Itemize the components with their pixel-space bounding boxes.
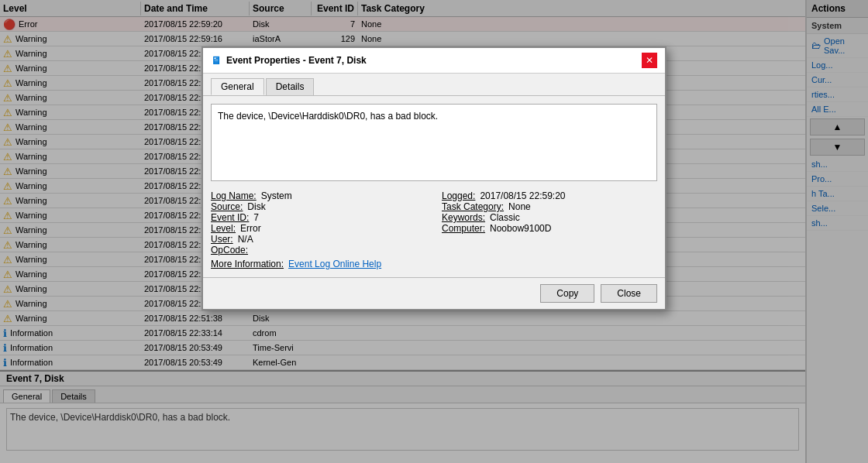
user-label: User: — [211, 234, 233, 245]
task-category-value: None — [508, 201, 531, 212]
detail-more-info: More Information: Event Log Online Help — [211, 259, 426, 269]
event-details-grid: Log Name: System Source: Disk Event ID: … — [211, 190, 657, 269]
computer-label: Computer: — [442, 223, 485, 234]
source-label: Source: — [211, 201, 243, 212]
event-properties-modal: 🖥 Event Properties - Event 7, Disk ✕ Gen… — [202, 46, 666, 310]
modal-close-button[interactable]: ✕ — [642, 53, 657, 68]
log-name-label: Log Name: — [211, 190, 257, 201]
event-id-value: 7 — [253, 212, 259, 223]
event-log-online-help-link[interactable]: Event Log Online Help — [288, 259, 381, 269]
logged-label: Logged: — [442, 190, 475, 201]
details-right: Logged: 2017/08/15 22:59:20 Task Categor… — [442, 190, 657, 269]
detail-event-id: Event ID: 7 — [211, 212, 426, 223]
source-value: Disk — [247, 201, 265, 212]
close-button[interactable]: Close — [601, 284, 657, 303]
event-description: The device, \Device\Harddisk0\DR0, has a… — [211, 104, 657, 181]
modal-footer: Copy Close — [203, 277, 665, 309]
keywords-label: Keywords: — [442, 212, 485, 223]
logged-value: 2017/08/15 22:59:20 — [480, 190, 565, 201]
modal-tabs: General Details — [203, 74, 665, 96]
level-value: Error — [240, 223, 261, 234]
detail-task-category: Task Category: None — [442, 201, 657, 212]
event-id-label: Event ID: — [211, 212, 249, 223]
detail-logged: Logged: 2017/08/15 22:59:20 — [442, 190, 657, 201]
task-category-label: Task Category: — [442, 201, 504, 212]
detail-opcode: OpCode: — [211, 245, 426, 256]
log-name-value: System — [261, 190, 292, 201]
modal-title: 🖥 Event Properties - Event 7, Disk — [211, 54, 367, 67]
details-left: Log Name: System Source: Disk Event ID: … — [211, 190, 426, 269]
modal-title-icon: 🖥 — [211, 54, 222, 67]
detail-log-name: Log Name: System — [211, 190, 426, 201]
detail-user: User: N/A — [211, 234, 426, 245]
detail-level: Level: Error — [211, 223, 426, 234]
modal-overlay: 🖥 Event Properties - Event 7, Disk ✕ Gen… — [0, 0, 868, 463]
more-info-label: More Information: — [211, 259, 284, 269]
modal-body: The device, \Device\Harddisk0\DR0, has a… — [203, 96, 665, 277]
computer-value: Noobow9100D — [490, 223, 551, 234]
opcode-label: OpCode: — [211, 245, 248, 256]
detail-source: Source: Disk — [211, 201, 426, 212]
level-label: Level: — [211, 223, 236, 234]
modal-titlebar: 🖥 Event Properties - Event 7, Disk ✕ — [203, 48, 665, 74]
copy-button[interactable]: Copy — [540, 284, 594, 303]
user-value: N/A — [238, 234, 253, 245]
modal-tab-details[interactable]: Details — [266, 78, 315, 95]
detail-computer: Computer: Noobow9100D — [442, 223, 657, 234]
modal-title-text: Event Properties - Event 7, Disk — [226, 55, 367, 66]
detail-keywords: Keywords: Classic — [442, 212, 657, 223]
modal-tab-general[interactable]: General — [211, 78, 264, 95]
keywords-value: Classic — [490, 212, 520, 223]
